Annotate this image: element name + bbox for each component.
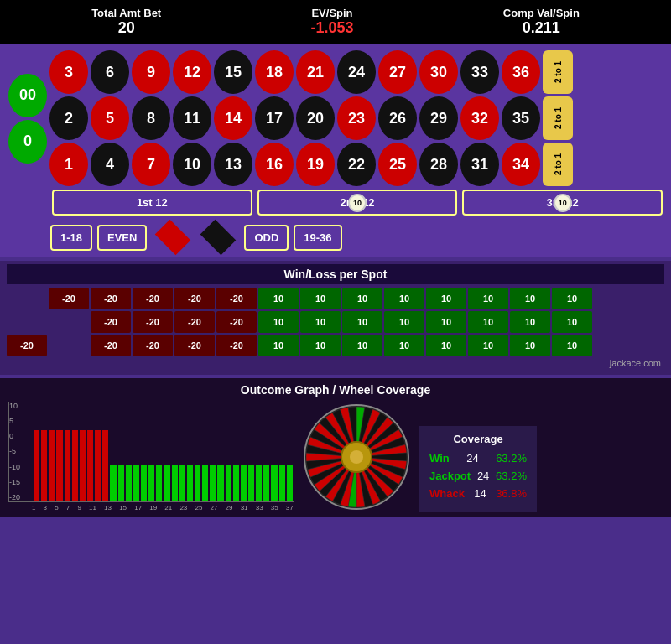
win-loss-grid: -20 -20 -20 -20 -20 10 10 10 10 10 10 10… xyxy=(7,288,664,356)
bar-pos-18 xyxy=(241,465,247,501)
win-loss-section: Win/Loss per Spot -20 -20 -20 -20 -20 10… xyxy=(0,261,671,375)
y-axis-labels: 10 5 0 -5 -10 -15 -20 xyxy=(9,402,20,501)
dozens-row: 1st 12 2nd 12 10 3rd 12 10 xyxy=(52,190,663,216)
wl-r3c-1: -20 xyxy=(7,335,47,356)
num-11[interactable]: 11 xyxy=(173,96,211,140)
num-33[interactable]: 33 xyxy=(460,50,499,94)
num-9[interactable]: 9 xyxy=(132,50,170,94)
wl-r2c10: 10 xyxy=(468,311,508,333)
num-35[interactable]: 35 xyxy=(502,96,540,140)
num-26[interactable]: 26 xyxy=(378,96,417,140)
num-8[interactable]: 8 xyxy=(132,96,170,140)
num-30[interactable]: 30 xyxy=(419,50,458,94)
num-7[interactable]: 7 xyxy=(132,143,170,186)
ev-spin-section: EV/Spin -1.053 xyxy=(310,7,353,37)
comp-val-section: Comp Val/Spin 0.211 xyxy=(503,7,580,37)
bet-1-18[interactable]: 1-18 xyxy=(50,225,92,251)
payout-row1[interactable]: 2 to 1 xyxy=(543,50,573,94)
comp-val-value: 0.211 xyxy=(503,19,580,37)
dozen-1-box[interactable]: 1st 12 xyxy=(52,190,252,216)
num-16[interactable]: 16 xyxy=(255,143,294,186)
wl-r1c6: 10 xyxy=(258,288,299,309)
bar-pos-15 xyxy=(217,465,223,501)
num-27[interactable]: 27 xyxy=(378,50,417,94)
dozen-2-box[interactable]: 2nd 12 10 xyxy=(257,190,458,216)
bar-pos-10 xyxy=(179,465,185,501)
wl-r3c12: 10 xyxy=(552,335,592,356)
outcome-title: Outcome Graph / Wheel Coverage xyxy=(8,383,663,397)
wl-r1c11: 10 xyxy=(468,288,508,309)
num-21[interactable]: 21 xyxy=(296,50,335,94)
num-24[interactable]: 24 xyxy=(337,50,376,94)
num-17[interactable]: 17 xyxy=(255,96,294,140)
coverage-whack-row: Whack 14 36.8% xyxy=(429,487,527,500)
wl-r2c4: -20 xyxy=(216,311,257,333)
num-12[interactable]: 12 xyxy=(173,50,211,94)
payout-row3[interactable]: 2 to 1 xyxy=(543,143,573,186)
bar-neg-10 xyxy=(102,430,108,501)
num-6[interactable]: 6 xyxy=(91,50,129,94)
y-neg10: -10 xyxy=(9,463,20,471)
bar-pos-4 xyxy=(133,465,139,501)
outcome-content: 10 5 0 -5 -10 -15 -20 xyxy=(8,402,663,512)
wl-r3c0 xyxy=(49,335,89,356)
num-15[interactable]: 15 xyxy=(214,50,252,94)
y-neg5: -5 xyxy=(9,447,20,455)
wl-row-1: -20 -20 -20 -20 -20 10 10 10 10 10 10 10… xyxy=(7,288,664,309)
win-pct: 63.2% xyxy=(496,452,527,465)
numbers-row-3: 1 4 7 10 13 16 19 22 25 28 31 34 xyxy=(49,143,540,186)
bet-odd[interactable]: ODD xyxy=(244,225,289,251)
numbers-row-2: 2 5 8 11 14 17 20 23 26 29 32 35 xyxy=(49,96,540,140)
wl-r2c2: -20 xyxy=(133,311,173,333)
num-14[interactable]: 14 xyxy=(214,96,252,140)
num-25[interactable]: 25 xyxy=(378,143,417,186)
comp-val-label: Comp Val/Spin xyxy=(503,7,580,19)
chip-dozen2: 10 xyxy=(348,194,367,212)
dozen-3-box[interactable]: 3rd 12 10 xyxy=(462,190,663,216)
bar-neg-4 xyxy=(56,430,62,501)
num-23[interactable]: 23 xyxy=(337,96,376,140)
y-neg15: -15 xyxy=(9,478,20,486)
num-29[interactable]: 29 xyxy=(419,96,458,140)
num-10[interactable]: 10 xyxy=(173,143,211,186)
payout-row2[interactable]: 2 to 1 xyxy=(543,96,573,140)
total-amt-bet-section: Total Amt Bet 20 xyxy=(91,7,161,37)
double-zero-cell[interactable]: 00 xyxy=(8,74,47,117)
jackace-credit: jackace.com xyxy=(7,356,664,370)
black-diamond[interactable] xyxy=(200,220,237,256)
bar-pos-1 xyxy=(110,465,116,501)
wl-r1c9: 10 xyxy=(384,288,424,309)
num-5[interactable]: 5 xyxy=(91,96,129,140)
bar-pos-19 xyxy=(248,465,254,501)
bar-pos-2 xyxy=(118,465,124,501)
bet-19-36[interactable]: 19-36 xyxy=(294,225,341,251)
bet-even[interactable]: EVEN xyxy=(97,225,147,251)
num-36[interactable]: 36 xyxy=(502,50,540,94)
wl-r3c6: 10 xyxy=(300,335,341,356)
num-18[interactable]: 18 xyxy=(255,50,294,94)
num-22[interactable]: 22 xyxy=(337,143,376,186)
numbers-columns: 3 6 9 12 15 18 21 24 27 30 33 36 2 5 8 1… xyxy=(49,50,540,186)
num-3[interactable]: 3 xyxy=(49,50,88,94)
num-4[interactable]: 4 xyxy=(91,143,129,186)
red-diamond[interactable] xyxy=(155,220,191,256)
bars-container xyxy=(33,402,294,501)
zero-cell[interactable]: 0 xyxy=(8,120,47,164)
num-1[interactable]: 1 xyxy=(49,143,88,186)
num-31[interactable]: 31 xyxy=(460,143,499,186)
outcome-section: Outcome Graph / Wheel Coverage 10 5 0 -5… xyxy=(0,378,671,517)
num-28[interactable]: 28 xyxy=(419,143,458,186)
num-19[interactable]: 19 xyxy=(296,143,335,186)
jackpot-pct: 63.2% xyxy=(496,470,527,482)
num-13[interactable]: 13 xyxy=(214,143,252,186)
roulette-wheel xyxy=(302,402,411,512)
num-34[interactable]: 34 xyxy=(502,143,540,186)
num-2[interactable]: 2 xyxy=(49,96,88,140)
wl-r2c11: 10 xyxy=(510,311,550,333)
whack-count: 14 xyxy=(474,487,486,500)
wl-r1c7: 10 xyxy=(300,288,341,309)
bar-pos-23 xyxy=(279,465,285,501)
num-32[interactable]: 32 xyxy=(460,96,499,140)
bar-pos-22 xyxy=(271,465,277,501)
num-20[interactable]: 20 xyxy=(296,96,335,140)
